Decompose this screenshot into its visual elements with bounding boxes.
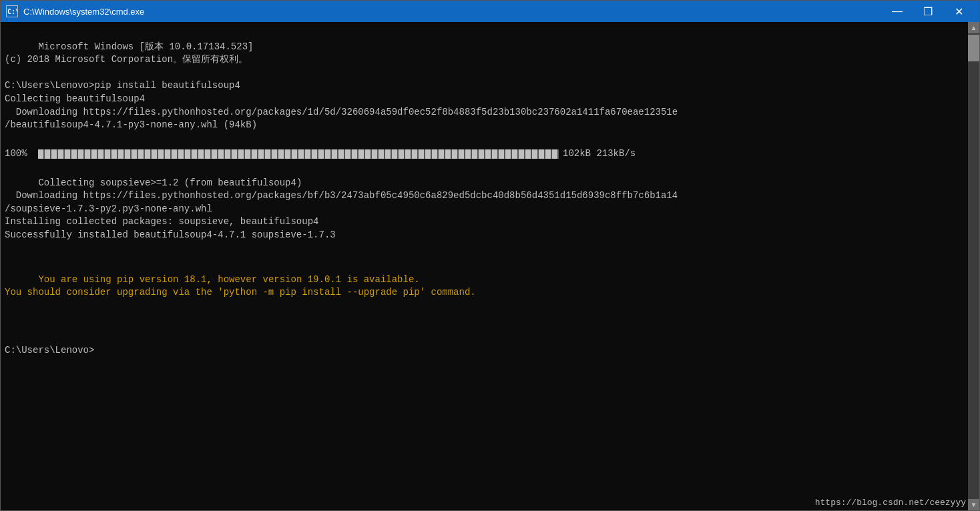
close-button[interactable]: ✕ (943, 1, 974, 22)
console-output-3: C:\Users\Lenovo> (3, 315, 977, 372)
console-output-yellow: You are using pip version 18.1, however … (3, 258, 977, 315)
progress-bar (38, 149, 559, 159)
scrollbar-thumb[interactable] (968, 35, 979, 61)
line-2: Collecting soupsieve>=1.2 (from beautifu… (5, 177, 678, 240)
progress-line: 100% 102kB 213kB/s (3, 147, 977, 161)
console-body[interactable]: Microsoft Windows [版本 10.0.17134.523] (c… (1, 22, 979, 510)
console-output: Microsoft Windows [版本 10.0.17134.523] (c… (3, 25, 977, 147)
scrollbar-down-button[interactable]: ▼ (968, 499, 979, 510)
title-bar: C:\ C:\Windows\system32\cmd.exe — ❐ ✕ (1, 1, 979, 22)
progress-speed: 102kB 213kB/s (563, 147, 636, 161)
minimize-button[interactable]: — (882, 1, 913, 22)
line-yellow-1: You are using pip version 18.1, however … (5, 274, 476, 298)
progress-percent: 100% (5, 147, 34, 161)
line-3: C:\Users\Lenovo> (5, 345, 94, 356)
scrollbar-up-button[interactable]: ▲ (968, 22, 979, 33)
scrollbar[interactable]: ▲ ▼ (968, 22, 979, 510)
cmd-window: C:\ C:\Windows\system32\cmd.exe — ❐ ✕ Mi… (0, 0, 980, 511)
console-output-2: Collecting soupsieve>=1.2 (from beautifu… (3, 161, 977, 258)
window-controls: — ❐ ✕ (882, 1, 974, 22)
cmd-icon: C:\ (6, 5, 18, 17)
svg-text:C:\: C:\ (7, 8, 17, 15)
restore-button[interactable]: ❐ (913, 1, 943, 22)
line-1: Microsoft Windows [版本 10.0.17134.523] (c… (5, 41, 678, 131)
watermark: https://blog.csdn.net/ceezyyy (815, 498, 966, 508)
window-title: C:\Windows\system32\cmd.exe (23, 7, 882, 17)
